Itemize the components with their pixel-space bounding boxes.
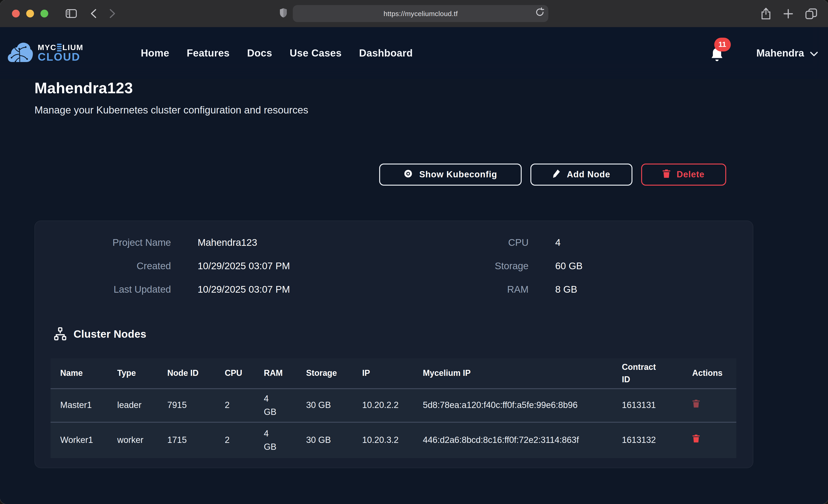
- info-label: RAM: [394, 284, 529, 295]
- column-header-contract-id: Contract ID: [622, 359, 692, 389]
- cell-ip: 10.20.2.2: [362, 389, 423, 422]
- cell-actions: [692, 389, 736, 422]
- column-header-node-id: Node ID: [167, 359, 225, 389]
- cell-storage: 30 GB: [306, 422, 362, 458]
- delete-node-button[interactable]: [692, 434, 700, 443]
- info-row: Created10/29/2025 03:07 PM: [35, 260, 394, 272]
- add-node-button[interactable]: Add Node: [530, 164, 632, 185]
- cluster-info-right: CPU4Storage60 GBRAM8 GB: [394, 237, 753, 296]
- nav-link-dashboard[interactable]: Dashboard: [359, 47, 413, 59]
- tab-overview-icon[interactable]: [805, 8, 817, 19]
- info-value: 4: [555, 237, 561, 248]
- info-value: 60 GB: [555, 260, 583, 271]
- column-header-actions: Actions: [692, 359, 736, 389]
- info-label: Created: [35, 260, 171, 271]
- user-name: Mahendra: [756, 47, 804, 59]
- logo-e-glyph: [57, 44, 62, 51]
- nav-link-docs[interactable]: Docs: [247, 47, 272, 59]
- cell-node-id: 1715: [167, 422, 225, 458]
- info-row: RAM8 GB: [394, 284, 753, 296]
- user-menu[interactable]: Mahendra: [756, 47, 818, 59]
- back-icon[interactable]: [90, 9, 96, 18]
- column-header-name: Name: [50, 359, 117, 389]
- network-nodes-icon: [53, 327, 67, 341]
- nav-link-features[interactable]: Features: [187, 47, 230, 59]
- info-label: Storage: [394, 260, 529, 271]
- sidebar-toggle-icon[interactable]: [66, 9, 77, 18]
- info-row: Project NameMahendra123: [35, 237, 394, 249]
- trash-icon: [692, 400, 700, 408]
- column-header-type: Type: [117, 359, 167, 389]
- info-label: CPU: [394, 237, 529, 248]
- nav-link-home[interactable]: Home: [141, 47, 169, 59]
- traffic-lights: [12, 10, 48, 17]
- cell-type: leader: [117, 389, 167, 422]
- delete-cluster-button[interactable]: Delete: [641, 164, 726, 185]
- cell-type: worker: [117, 422, 167, 458]
- column-header-ip: IP: [362, 359, 423, 389]
- node-row: Worker1worker171524 GB30 GB10.20.3.2446:…: [50, 422, 736, 458]
- top-navbar: MYCLIUM CLOUD HomeFeaturesDocsUse CasesD…: [0, 27, 828, 79]
- main-nav: HomeFeaturesDocsUse CasesDashboard: [141, 47, 413, 59]
- cell-contract-id: 1613131: [622, 389, 692, 422]
- mycelium-cloud-logo-icon: [7, 42, 33, 65]
- column-header-storage: Storage: [306, 359, 362, 389]
- pencil-icon: [552, 169, 561, 180]
- cell-mycelium-ip: 5d8:78ea:a120:f40c:ff0f:a5fe:99e6:8b96: [423, 389, 622, 422]
- delete-label: Delete: [676, 170, 704, 180]
- chevron-down-icon: [810, 47, 818, 59]
- node-row: Master1leader791524 GB30 GB10.20.2.25d8:…: [50, 389, 736, 422]
- cell-actions: [692, 422, 736, 458]
- info-label: Project Name: [35, 237, 171, 248]
- info-value: Mahendra123: [198, 237, 257, 248]
- cell-name: Master1: [50, 389, 117, 422]
- zoom-window-button[interactable]: [40, 10, 48, 17]
- brand-logo[interactable]: MYCLIUM CLOUD: [7, 42, 83, 65]
- cell-mycelium-ip: 446:d2a6:8bcd:8c16:ff0f:72e2:3114:863f: [423, 422, 622, 458]
- delete-node-button[interactable]: [692, 400, 700, 408]
- info-label: Last Updated: [35, 284, 171, 295]
- notifications-button[interactable]: 11: [708, 43, 726, 63]
- info-value: 8 GB: [555, 284, 577, 295]
- cell-ram: 4 GB: [264, 422, 306, 458]
- show-kubeconfig-label: Show Kubeconfig: [419, 170, 497, 180]
- url-text: https://myceliumcloud.tf: [383, 10, 458, 17]
- cell-node-id: 7915: [167, 389, 225, 422]
- cell-cpu: 2: [225, 422, 264, 458]
- close-window-button[interactable]: [12, 10, 20, 17]
- nav-link-use-cases[interactable]: Use Cases: [290, 47, 341, 59]
- info-row: Last Updated10/29/2025 03:07 PM: [35, 284, 394, 296]
- cell-cpu: 2: [225, 389, 264, 422]
- browser-chrome: https://myceliumcloud.tf: [0, 0, 828, 27]
- info-row: Storage60 GB: [394, 260, 753, 272]
- cluster-info-left: Project NameMahendra123Created10/29/2025…: [35, 237, 394, 296]
- info-value: 10/29/2025 03:07 PM: [198, 260, 290, 271]
- share-icon[interactable]: [760, 8, 771, 19]
- refresh-icon[interactable]: [536, 7, 544, 17]
- trash-icon: [662, 169, 671, 180]
- cell-name: Worker1: [50, 422, 117, 458]
- cell-ram: 4 GB: [264, 389, 306, 422]
- column-header-cpu: CPU: [225, 359, 264, 389]
- privacy-shield-icon: [280, 8, 288, 19]
- show-kubeconfig-button[interactable]: Show Kubeconfig: [379, 164, 522, 185]
- new-tab-icon[interactable]: [783, 8, 793, 18]
- notification-badge: 11: [714, 37, 731, 51]
- eye-icon: [403, 168, 413, 181]
- page-subtitle: Manage your Kubernetes cluster configura…: [35, 104, 308, 116]
- info-row: CPU4: [394, 237, 753, 249]
- cluster-nodes-table: NameTypeNode IDCPURAMStorageIPMycelium I…: [50, 359, 736, 458]
- address-bar[interactable]: https://myceliumcloud.tf: [293, 5, 548, 22]
- forward-icon[interactable]: [110, 9, 115, 18]
- page: Mahendra123 Manage your Kubernetes clust…: [0, 27, 828, 504]
- minimize-window-button[interactable]: [26, 10, 34, 17]
- column-header-ram: RAM: [264, 359, 306, 389]
- cell-ip: 10.20.3.2: [362, 422, 423, 458]
- add-node-label: Add Node: [567, 170, 610, 180]
- brand-logo-text: MYCLIUM CLOUD: [38, 44, 83, 62]
- browser-window: https://myceliumcloud.tf Mahendra123 Man…: [0, 0, 828, 504]
- cluster-actions: Show Kubeconfig Add Node Delete: [379, 164, 726, 185]
- column-header-mycelium-ip: Mycelium IP: [423, 359, 622, 389]
- cell-contract-id: 1613132: [622, 422, 692, 458]
- page-title: Mahendra123: [35, 80, 133, 97]
